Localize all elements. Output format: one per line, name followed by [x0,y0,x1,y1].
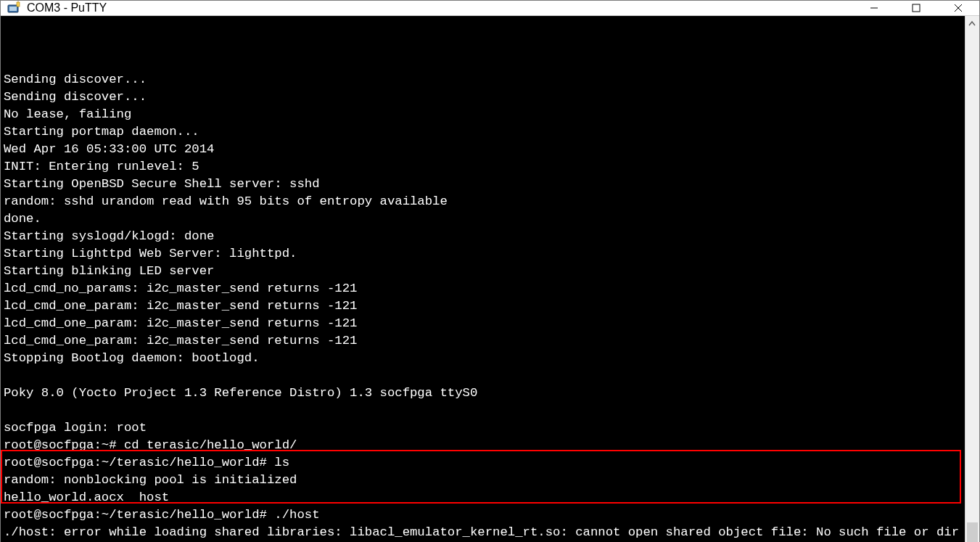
svg-rect-2 [17,2,20,7]
terminal-line: Wed Apr 16 05:33:00 UTC 2014 [4,141,962,158]
titlebar[interactable]: COM3 - PuTTY [1,1,979,16]
terminal-line: Poky 8.0 (Yocto Project 1.3 Reference Di… [4,385,962,402]
vertical-scrollbar[interactable] [965,16,979,542]
scroll-up-arrow-icon[interactable] [965,16,979,31]
terminal-line [4,402,962,419]
terminal-line: Starting portmap daemon... [4,123,962,141]
scrollbar-track[interactable] [965,31,979,542]
svg-rect-5 [913,4,920,12]
terminal-line: INIT: Entering runlevel: 5 [4,158,962,176]
terminal-line: Starting OpenBSD Secure Shell server: ss… [4,176,962,193]
terminal-line: Sending discover... [4,71,962,89]
terminal-line: No lease, failing [4,106,962,123]
terminal-line: root@socfpga:~/terasic/hello_world# ls [4,454,962,472]
terminal-line: Sending discover... [4,89,962,106]
close-button[interactable] [937,1,979,15]
window-title: COM3 - PuTTY [27,1,853,15]
terminal-line: Starting Lighttpd Web Server: lighttpd. [4,245,962,263]
terminal-line: Stopping Bootlog daemon: bootlogd. [4,350,962,367]
terminal-line [4,367,962,385]
scrollbar-thumb[interactable] [967,522,978,542]
terminal-line: random: sshd urandom read with 95 bits o… [4,193,962,210]
putty-window: COM3 - PuTTY Sending discover...Sending … [0,0,980,542]
maximize-button[interactable] [895,1,937,15]
terminal-line: lcd_cmd_no_params: i2c_master_send retur… [4,280,962,297]
terminal-line: root@socfpga:~# cd terasic/hello_world/ [4,437,962,454]
terminal-line: root@socfpga:~/terasic/hello_world# ./ho… [4,506,962,524]
terminal-line: done. [4,210,962,228]
terminal-line: lcd_cmd_one_param: i2c_master_send retur… [4,332,962,350]
terminal-line: random: nonblocking pool is initialized [4,472,962,489]
minimize-button[interactable] [853,1,895,15]
terminal-line: socfpga login: root [4,419,962,437]
terminal-line: hello_world.aocx host [4,489,962,506]
window-controls [853,1,979,15]
svg-rect-1 [9,7,17,11]
terminal-line: lcd_cmd_one_param: i2c_master_send retur… [4,297,962,315]
terminal[interactable]: Sending discover...Sending discover...No… [1,16,965,542]
terminal-area: Sending discover...Sending discover...No… [1,16,979,542]
terminal-line: Starting blinking LED server [4,263,962,280]
putty-app-icon [7,1,21,15]
terminal-line: ./host: error while loading shared libra… [4,524,962,542]
terminal-line: Starting syslogd/klogd: done [4,228,962,245]
terminal-line: lcd_cmd_one_param: i2c_master_send retur… [4,315,962,332]
